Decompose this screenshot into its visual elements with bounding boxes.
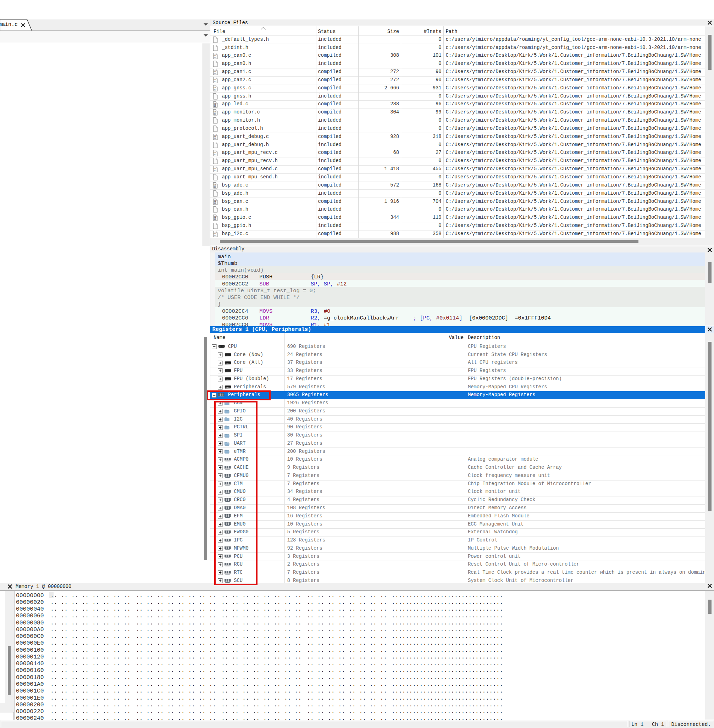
svg-text:10: 10 (214, 105, 216, 108)
svg-text:10: 10 (214, 169, 216, 172)
svg-text:10: 10 (214, 202, 216, 205)
svg-text:10: 10 (214, 56, 216, 59)
svg-text:10: 10 (214, 81, 216, 83)
svg-text:10: 10 (214, 72, 216, 75)
svg-text:10: 10 (214, 137, 216, 140)
svg-text:10: 10 (214, 186, 216, 188)
svg-text:10: 10 (214, 234, 216, 237)
svg-text:10: 10 (214, 113, 216, 115)
svg-text:10: 10 (214, 154, 216, 156)
svg-text:10: 10 (214, 218, 216, 220)
svg-text:10: 10 (214, 88, 216, 91)
